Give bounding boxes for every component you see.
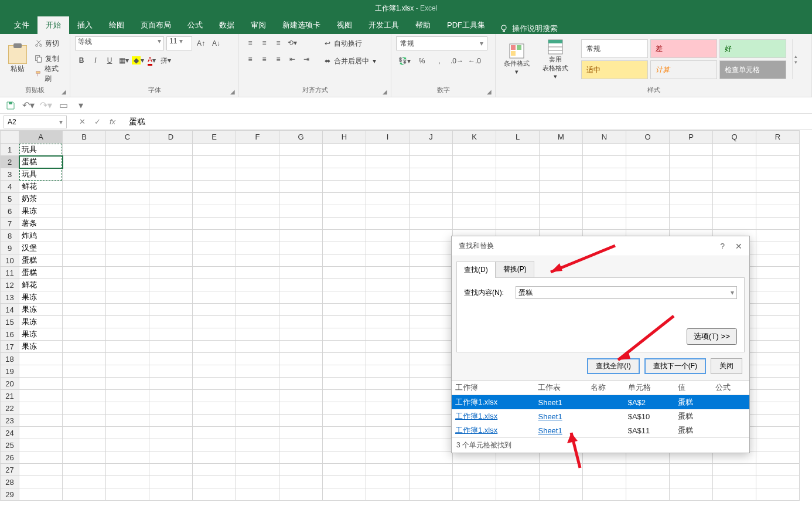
cell[interactable] — [540, 488, 583, 501]
cell[interactable] — [410, 328, 453, 341]
column-header[interactable]: I — [366, 131, 410, 144]
cell[interactable] — [756, 304, 800, 316]
cell[interactable] — [279, 254, 323, 267]
cell[interactable] — [19, 464, 63, 476]
cell[interactable] — [236, 156, 279, 168]
cell[interactable] — [236, 144, 279, 156]
cell[interactable] — [323, 415, 366, 427]
tab-insert[interactable]: 插入 — [69, 16, 101, 34]
cell[interactable] — [63, 464, 106, 476]
cell[interactable] — [540, 181, 583, 193]
column-header[interactable]: A — [19, 131, 63, 144]
cell[interactable] — [106, 291, 149, 304]
cell[interactable] — [279, 218, 323, 230]
cell[interactable]: 汉堡 — [19, 242, 63, 254]
cell[interactable] — [193, 402, 236, 415]
col-formula[interactable]: 公式 — [712, 381, 749, 395]
cell[interactable] — [63, 156, 106, 168]
cell[interactable] — [279, 341, 323, 353]
cell[interactable] — [583, 205, 626, 218]
cell[interactable] — [540, 168, 583, 181]
enter-formula-button[interactable]: ✓ — [91, 117, 103, 126]
cell[interactable] — [583, 488, 626, 501]
cell[interactable] — [323, 439, 366, 451]
cell[interactable] — [670, 488, 713, 501]
cell[interactable] — [63, 353, 106, 365]
font-dialog-launcher[interactable]: ◢ — [230, 89, 237, 96]
cell[interactable] — [496, 181, 540, 193]
cell[interactable] — [193, 464, 236, 476]
cell[interactable] — [323, 476, 366, 488]
row-header[interactable]: 19 — [1, 365, 19, 378]
tab-file[interactable]: 文件 — [6, 16, 37, 34]
row-header[interactable]: 18 — [1, 353, 19, 365]
row-header[interactable]: 6 — [1, 205, 19, 218]
cell[interactable] — [453, 476, 496, 488]
cell[interactable] — [19, 451, 63, 464]
cell[interactable] — [279, 316, 323, 328]
cell[interactable] — [410, 218, 453, 230]
cell[interactable] — [236, 464, 279, 476]
cell[interactable] — [366, 378, 410, 390]
cell[interactable] — [366, 193, 410, 205]
cell[interactable] — [149, 279, 193, 291]
cell[interactable] — [540, 205, 583, 218]
cell[interactable] — [149, 218, 193, 230]
tab-pdf[interactable]: PDF工具集 — [439, 16, 493, 34]
cell[interactable] — [279, 279, 323, 291]
cell[interactable] — [323, 378, 366, 390]
row-header[interactable]: 24 — [1, 427, 19, 439]
cell[interactable] — [410, 451, 453, 464]
cell[interactable] — [106, 402, 149, 415]
cell[interactable] — [540, 193, 583, 205]
row-header[interactable]: 13 — [1, 291, 19, 304]
qat-customize[interactable]: ▾ — [75, 100, 87, 111]
cell[interactable] — [626, 193, 670, 205]
undo-button[interactable]: ↶▾ — [22, 100, 34, 111]
cell[interactable] — [106, 144, 149, 156]
comma-format-button[interactable]: , — [431, 54, 448, 68]
col-cell[interactable]: 单元格 — [625, 381, 675, 395]
cell[interactable] — [236, 415, 279, 427]
cell[interactable]: 果冻 — [19, 316, 63, 328]
row-header[interactable]: 4 — [1, 181, 19, 193]
cell[interactable] — [453, 205, 496, 218]
cell[interactable] — [583, 181, 626, 193]
column-header[interactable]: C — [106, 131, 149, 144]
cell[interactable] — [106, 181, 149, 193]
cell[interactable] — [19, 439, 63, 451]
style-check-cell[interactable]: 检查单元格 — [719, 60, 786, 79]
cell[interactable] — [626, 168, 670, 181]
cell[interactable] — [279, 156, 323, 168]
cell[interactable] — [670, 181, 713, 193]
column-header[interactable]: G — [279, 131, 323, 144]
cell[interactable] — [670, 205, 713, 218]
cell[interactable] — [756, 402, 800, 415]
cell[interactable] — [756, 205, 800, 218]
cell[interactable] — [193, 451, 236, 464]
fx-button[interactable]: fx — [107, 117, 118, 126]
cell[interactable] — [279, 464, 323, 476]
cell[interactable] — [496, 193, 540, 205]
cell[interactable] — [756, 181, 800, 193]
cell[interactable] — [236, 316, 279, 328]
cell[interactable] — [756, 230, 800, 242]
cell[interactable] — [453, 218, 496, 230]
cell[interactable] — [670, 464, 713, 476]
cell[interactable] — [63, 291, 106, 304]
cell[interactable] — [583, 193, 626, 205]
row-header[interactable]: 25 — [1, 439, 19, 451]
cell[interactable] — [236, 427, 279, 439]
cell[interactable] — [236, 341, 279, 353]
column-header[interactable]: B — [63, 131, 106, 144]
decrease-font-button[interactable]: A↓ — [210, 37, 223, 50]
cell[interactable] — [366, 168, 410, 181]
cell[interactable] — [366, 415, 410, 427]
result-row[interactable]: 工作簿1.xlsxSheet1$A$2蛋糕 — [452, 395, 749, 410]
cell[interactable] — [149, 439, 193, 451]
cell[interactable] — [540, 156, 583, 168]
cell[interactable] — [756, 168, 800, 181]
cell[interactable] — [366, 291, 410, 304]
cell[interactable] — [63, 193, 106, 205]
cell[interactable] — [236, 353, 279, 365]
